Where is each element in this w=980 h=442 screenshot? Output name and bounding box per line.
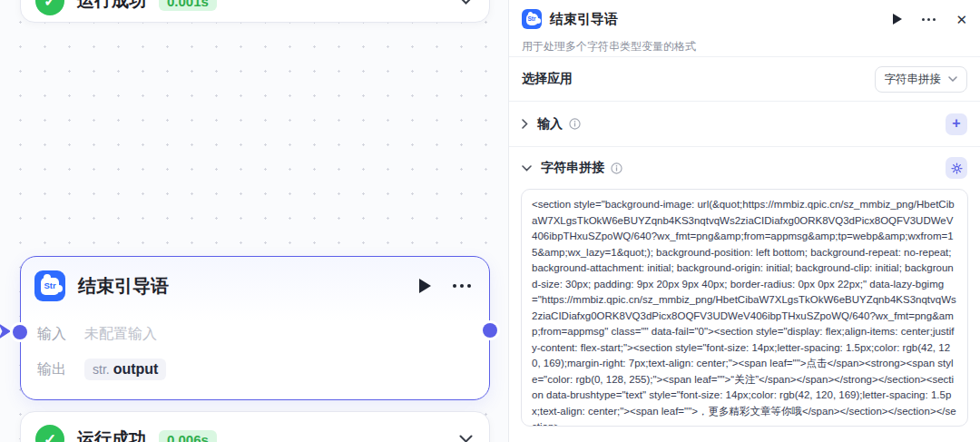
output-port[interactable]: [483, 323, 497, 338]
output-label: 输出: [37, 360, 66, 379]
app-select-row: 选择应用 字符串拼接: [509, 57, 980, 101]
input-label: 输入: [37, 325, 66, 344]
success-check-icon: ✓: [35, 0, 64, 15]
panel-title: 结束引导语: [550, 11, 618, 28]
input-section-label: 输入: [537, 116, 563, 133]
input-empty-value: 未配置输入: [84, 325, 157, 344]
run-node-button[interactable]: [419, 279, 431, 293]
chevron-down-icon[interactable]: [459, 0, 473, 5]
edge-arrow-icon: [0, 323, 12, 339]
run-status-text: 运行成功: [77, 427, 146, 442]
info-icon: [611, 162, 622, 174]
node-card-bottom-status[interactable]: ✓ 运行成功 0.006s: [20, 411, 490, 442]
string-app-icon: Str: [34, 270, 65, 301]
panel-header: Str 结束引导语 ✕ 用于处理多个字符串类型变量的格式: [509, 0, 980, 56]
gear-icon: [950, 162, 964, 175]
more-menu-icon[interactable]: [922, 18, 936, 21]
app-select-label: 选择应用: [522, 71, 573, 87]
workflow-canvas[interactable]: ✓ 运行成功 0.001s Str 结束引导语: [0, 0, 508, 442]
concat-settings-button[interactable]: [946, 157, 967, 179]
input-section-row[interactable]: 输入 +: [509, 102, 980, 146]
concat-text-input[interactable]: <section style="background-image: url(&q…: [521, 189, 968, 427]
duration-badge: 0.001s: [159, 0, 217, 11]
output-variable-name: output: [113, 361, 159, 378]
output-type-tag: str.: [93, 362, 110, 377]
node-title: 结束引导语: [78, 274, 169, 299]
chevron-down-icon[interactable]: [522, 165, 532, 172]
chevron-down-icon[interactable]: [459, 435, 473, 442]
success-check-icon: ✓: [35, 425, 64, 442]
info-icon: [569, 118, 581, 130]
node-card-top-status[interactable]: ✓ 运行成功 0.001s: [20, 0, 490, 23]
concat-section-row[interactable]: 字符串拼接: [509, 147, 980, 189]
duration-badge: 0.006s: [159, 430, 217, 442]
app-select-value: 字符串拼接: [885, 72, 942, 87]
add-input-button[interactable]: +: [946, 113, 967, 135]
run-status-text: 运行成功: [77, 0, 146, 13]
panel-subtitle: 用于处理多个字符串类型变量的格式: [522, 39, 967, 54]
chevron-right-icon[interactable]: [522, 119, 528, 129]
close-panel-button[interactable]: ✕: [956, 13, 967, 26]
node-config-panel: Str 结束引导语 ✕ 用于处理多个字符串类型变量的格式 选择应用 字符串拼接 …: [508, 0, 980, 442]
app-select-dropdown[interactable]: 字符串拼接: [875, 66, 968, 93]
run-node-button[interactable]: [893, 14, 902, 25]
output-variable-badge[interactable]: str. output: [84, 359, 166, 380]
input-port[interactable]: [13, 325, 27, 339]
more-menu-icon[interactable]: [453, 284, 471, 288]
chevron-down-icon: [948, 76, 957, 82]
concat-section-label: 字符串拼接: [541, 160, 604, 176]
string-app-icon: Str: [522, 9, 542, 29]
node-card-selected[interactable]: Str 结束引导语 输入 未配置输入 输出 str. output: [20, 256, 490, 400]
